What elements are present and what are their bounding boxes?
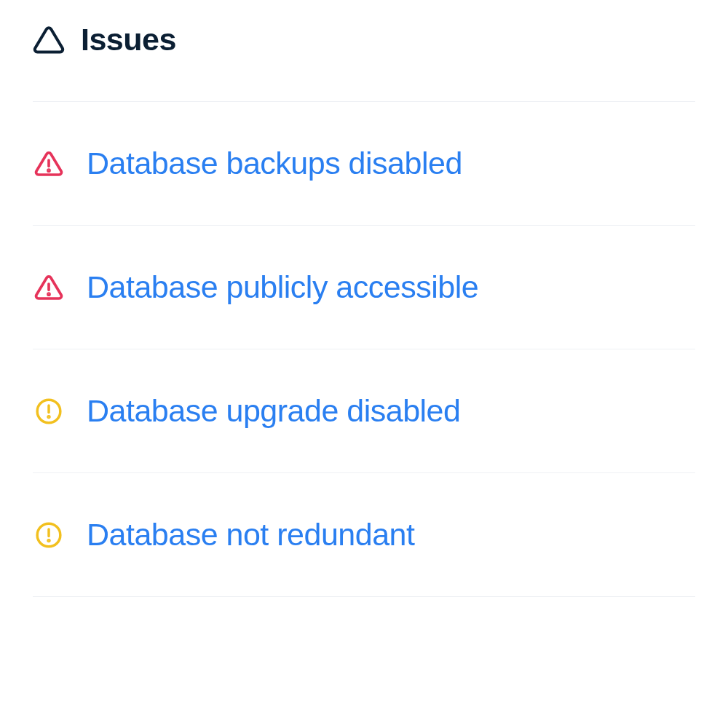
issue-item[interactable]: Database publicly accessible bbox=[33, 226, 695, 349]
alert-triangle-critical-icon bbox=[33, 148, 65, 180]
issue-item[interactable]: Database not redundant bbox=[33, 473, 695, 597]
issue-label: Database upgrade disabled bbox=[87, 393, 460, 429]
svg-point-9 bbox=[48, 539, 50, 541]
alert-triangle-critical-icon bbox=[33, 272, 65, 304]
issue-label: Database publicly accessible bbox=[87, 269, 478, 305]
svg-point-1 bbox=[48, 170, 50, 171]
panel-title: Issues bbox=[81, 22, 176, 58]
issue-item[interactable]: Database upgrade disabled bbox=[33, 349, 695, 473]
panel-header: Issues bbox=[33, 22, 695, 102]
issue-label: Database not redundant bbox=[87, 517, 414, 553]
alert-circle-warning-icon bbox=[33, 395, 65, 427]
issue-item[interactable]: Database backups disabled bbox=[33, 102, 695, 226]
issues-panel: Issues Database backups disabled Databas… bbox=[0, 0, 728, 597]
alert-circle-warning-icon bbox=[33, 519, 65, 551]
svg-point-3 bbox=[48, 293, 50, 295]
svg-point-6 bbox=[48, 416, 50, 417]
issue-label: Database backups disabled bbox=[87, 146, 462, 181]
alert-triangle-icon bbox=[33, 24, 65, 56]
